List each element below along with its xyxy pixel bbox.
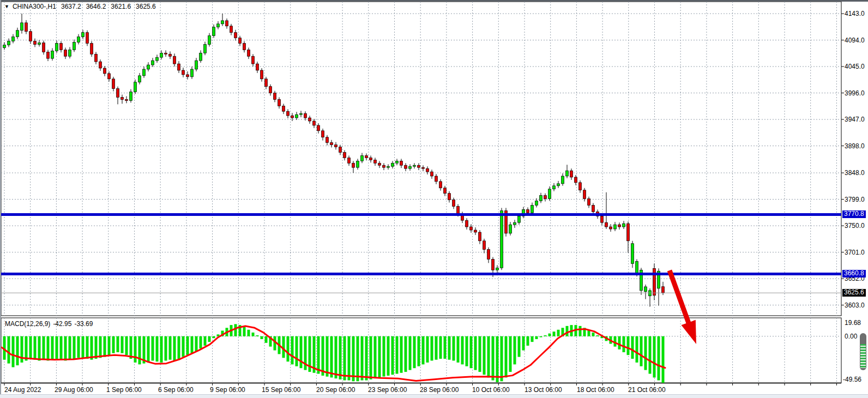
macd-axis-max: 19.68 xyxy=(845,319,861,327)
time-axis-label: 10 Oct 06:00 xyxy=(472,386,510,394)
macd-axis-zero: 0.00 xyxy=(845,333,857,340)
price-axis-label: 4143.0 xyxy=(845,10,865,17)
chart-symbol-dropdown-icon: ▼ xyxy=(4,4,9,9)
time-axis-label: 24 Aug 2022 xyxy=(4,386,41,394)
horizontal-scrollbar-track[interactable] xyxy=(0,394,868,398)
price-axis-label: 3898.0 xyxy=(845,142,865,150)
time-axis-label: 29 Aug 06:00 xyxy=(55,386,93,394)
price-axis-label: 3947.0 xyxy=(845,116,865,123)
time-axis-label: 13 Oct 06:00 xyxy=(525,386,562,394)
time-axis-label: 20 Sep 06:00 xyxy=(316,386,355,394)
chart-title: ▼CHINA300-,H13637.23646.23621.63625.6 xyxy=(4,3,156,10)
price-axis-label: 3996.0 xyxy=(845,89,865,97)
time-axis-label: 1 Sep 06:00 xyxy=(106,386,142,394)
ohlc-high: 3646.2 xyxy=(86,3,106,10)
ohlc-close: 3625.6 xyxy=(136,3,156,10)
time-axis-label: 28 Sep 06:00 xyxy=(420,386,459,394)
price-axis-label: 3848.0 xyxy=(845,169,865,177)
chart-window: ▼CHINA300-,H13637.23646.23621.63625.6 MA… xyxy=(0,0,868,398)
resistance-price-tag: 3770.8 xyxy=(842,210,866,218)
price-axis-label: 3603.0 xyxy=(845,301,865,309)
ohlc-open: 3637.2 xyxy=(61,3,81,10)
price-axis-label: 4094.0 xyxy=(845,37,865,44)
time-axis-label: 9 Sep 06:00 xyxy=(210,386,245,394)
vertical-scrollbar-thumb[interactable] xyxy=(860,333,866,370)
symbol-label: CHINA300-,H1 xyxy=(13,3,56,10)
macd-main-value: -42.95 xyxy=(53,320,71,328)
time-axis-label: 21 Oct 06:00 xyxy=(628,386,666,394)
macd-indicator-label: MACD(12,26,9)-42.95-33.69 xyxy=(5,320,93,328)
support-price-tag: 3660.8 xyxy=(842,270,866,278)
price-axis-label: 3701.0 xyxy=(845,249,865,256)
scrollbar-stripes xyxy=(860,344,866,368)
macd-name: MACD(12,26,9) xyxy=(5,320,50,328)
time-axis-label: 23 Sep 06:00 xyxy=(368,386,407,394)
time-axis-label: 18 Oct 06:00 xyxy=(577,386,614,394)
window-top-edge xyxy=(0,0,868,2)
macd-signal-value: -33.69 xyxy=(74,320,93,328)
candlesticks xyxy=(3,14,665,307)
chart-svg[interactable] xyxy=(0,0,868,398)
price-axis-label: 3799.0 xyxy=(845,196,865,203)
ohlc-low: 3621.6 xyxy=(111,3,131,10)
panel-borders xyxy=(1,2,841,383)
price-axis-label: 3750.0 xyxy=(845,222,865,230)
window-left-edge xyxy=(0,0,1,398)
grid-lines xyxy=(1,2,844,385)
trend-arrow[interactable] xyxy=(670,270,696,344)
macd-axis-min: -49.56 xyxy=(843,376,861,383)
price-axis-label: 4045.0 xyxy=(845,63,865,70)
time-axis-label: 15 Sep 06:00 xyxy=(262,386,300,394)
last-price-tag: 3625.6 xyxy=(842,289,866,297)
time-axis-label: 6 Sep 06:00 xyxy=(158,386,194,394)
